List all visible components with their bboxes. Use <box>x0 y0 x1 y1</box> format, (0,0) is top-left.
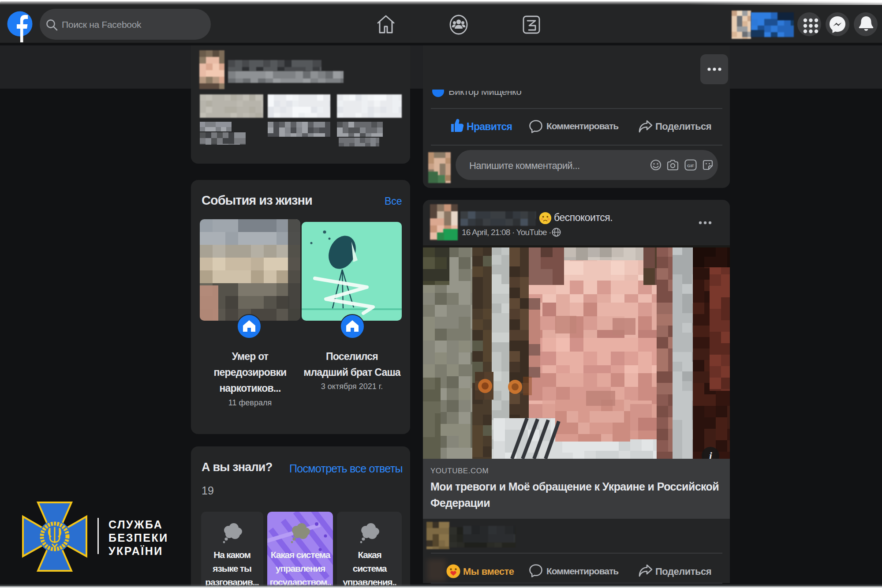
svg-text:GIF: GIF <box>687 163 694 168</box>
